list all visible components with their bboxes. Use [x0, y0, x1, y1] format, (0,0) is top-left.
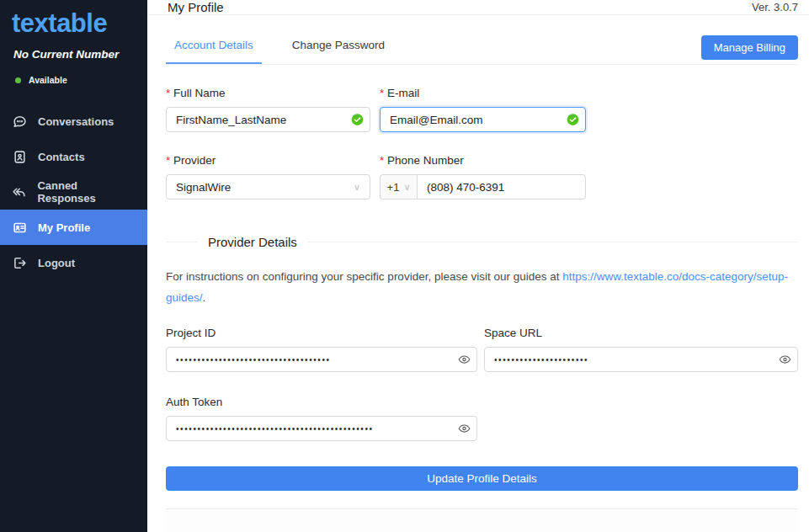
reply-all-icon — [12, 184, 26, 200]
form-row-provider-phone: Provider SignalWire ∨ Phone Number +1 ∨ — [166, 154, 798, 200]
country-code-select[interactable]: +1 ∨ — [380, 174, 417, 200]
sidebar-nav: Conversations Contacts Canned Response — [0, 104, 147, 280]
app-logo: textable — [0, 0, 147, 41]
phone-input[interactable] — [417, 174, 586, 200]
full-name-field: Full Name — [166, 87, 370, 132]
sidebar-item-label: My Profile — [38, 221, 90, 234]
tab-bar: Account Details Change Password Manage B… — [166, 27, 798, 65]
divider-line — [166, 242, 198, 242]
project-id-label: Project ID — [166, 327, 477, 339]
id-card-icon — [12, 220, 27, 235]
phone-field: Phone Number +1 ∨ — [380, 154, 586, 200]
space-url-label: Space URL — [484, 327, 798, 339]
version-label: Ver. 3.0.7 — [752, 1, 798, 13]
space-url-input[interactable]: •••••••••••••••••••••• — [484, 347, 798, 372]
sidebar-item-conversations[interactable]: Conversations — [0, 104, 147, 139]
divider-line — [307, 242, 798, 242]
top-bar: My Profile Ver. 3.0.7 — [147, 0, 809, 15]
email-label: E-mail — [380, 87, 586, 99]
instructions-suffix: . — [203, 291, 206, 304]
chevron-down-icon: ∨ — [403, 182, 410, 193]
provider-field: Provider SignalWire ∨ — [166, 154, 370, 200]
sidebar-item-canned-responses[interactable]: Canned Responses — [0, 174, 147, 210]
form-row-auth-token: Auth Token •••••••••••••••••••••••••••••… — [166, 396, 798, 441]
chat-icon — [12, 114, 27, 129]
eye-icon[interactable] — [458, 423, 471, 435]
provider-details-divider: Provider Details — [166, 235, 798, 249]
sidebar-item-label: Conversations — [38, 115, 114, 128]
sidebar-item-logout[interactable]: Logout — [0, 245, 147, 280]
project-id-input[interactable]: •••••••••••••••••••••••••••••••••••• — [166, 347, 477, 372]
email-field: E-mail — [380, 87, 586, 132]
tab-account-details[interactable]: Account Details — [166, 27, 262, 64]
valid-check-icon — [351, 114, 364, 126]
full-name-input[interactable] — [166, 107, 370, 132]
sidebar: textable No Current Number Available Con… — [0, 0, 147, 532]
form-row-credentials: Project ID •••••••••••••••••••••••••••••… — [166, 327, 798, 372]
availability-status: Available — [0, 61, 147, 85]
eye-icon[interactable] — [458, 354, 471, 366]
provider-instructions: For instructions on configuring your spe… — [166, 266, 798, 308]
sidebar-item-label: Logout — [38, 257, 75, 269]
auth-token-input[interactable]: ••••••••••••••••••••••••••••••••••••••••… — [166, 416, 477, 441]
footer-divider — [166, 508, 798, 532]
email-input[interactable] — [380, 107, 586, 132]
space-url-field: Space URL •••••••••••••••••••••• — [484, 327, 798, 372]
form-row-name-email: Full Name E-mail — [166, 87, 798, 132]
provider-select[interactable]: SignalWire ∨ — [166, 174, 370, 200]
tab-change-password[interactable]: Change Password — [284, 27, 393, 64]
manage-billing-button[interactable]: Manage Billing — [701, 35, 798, 60]
main-area: My Profile Ver. 3.0.7 Account Details Ch… — [147, 0, 809, 532]
provider-details-heading: Provider Details — [198, 235, 307, 249]
sidebar-item-my-profile[interactable]: My Profile — [0, 210, 147, 245]
phone-label: Phone Number — [380, 154, 586, 167]
sidebar-item-label: Canned Responses — [37, 179, 136, 205]
provider-label: Provider — [166, 154, 370, 167]
logout-icon — [12, 255, 27, 270]
status-label: Available — [29, 75, 67, 85]
instructions-text: For instructions on configuring your spe… — [166, 270, 562, 283]
auth-token-field: Auth Token •••••••••••••••••••••••••••••… — [166, 396, 477, 441]
auth-token-label: Auth Token — [166, 396, 477, 408]
page-title: My Profile — [168, 0, 224, 14]
eye-icon[interactable] — [779, 354, 791, 366]
sidebar-item-label: Contacts — [38, 151, 85, 163]
chevron-down-icon: ∨ — [354, 182, 360, 193]
profile-content: Account Details Change Password Manage B… — [147, 15, 809, 532]
sidebar-item-contacts[interactable]: Contacts — [0, 139, 147, 174]
full-name-label: Full Name — [166, 87, 370, 99]
provider-selected-value: SignalWire — [176, 181, 231, 194]
update-profile-button[interactable]: Update Profile Details — [166, 466, 798, 491]
status-dot-icon — [15, 77, 21, 83]
current-number-label: No Current Number — [0, 41, 147, 61]
contact-book-icon — [12, 149, 27, 164]
country-code-value: +1 — [387, 181, 400, 194]
valid-check-icon — [567, 114, 579, 126]
project-id-field: Project ID •••••••••••••••••••••••••••••… — [166, 327, 477, 372]
